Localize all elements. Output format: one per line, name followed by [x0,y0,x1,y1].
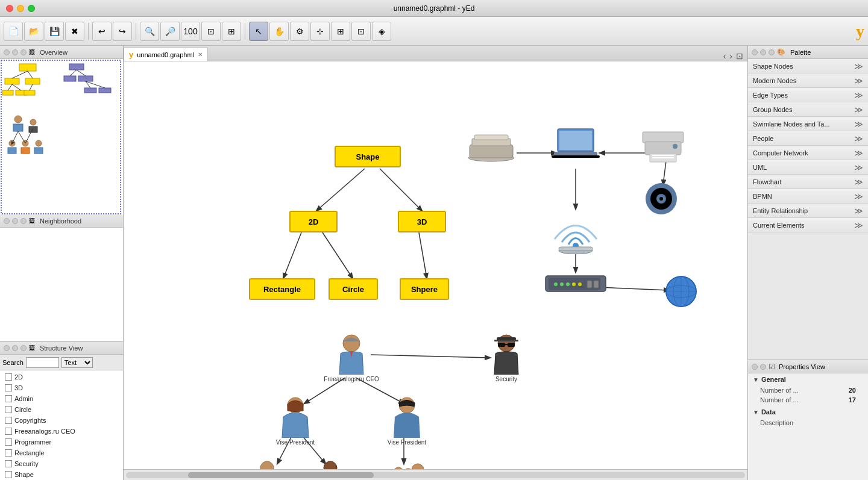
palette-item-flowchart[interactable]: Flowchart ≫ [748,175,868,189]
palette-item-uml[interactable]: UML ≫ [748,160,868,175]
palette-item-modern-nodes[interactable]: Modern Nodes ≫ [748,73,868,88]
structure-item-circle[interactable]: Circle [0,404,123,415]
structure-item-shape[interactable]: Shape [0,469,123,480]
structure-item-programmer[interactable]: Programmer [0,437,123,447]
move-tool-button[interactable]: ✋ [269,22,289,41]
palette-item-people[interactable]: People ≫ [748,131,868,146]
net-icon-wifi[interactable] [542,200,609,254]
neighborhood-canvas[interactable] [0,228,123,341]
palette-item-swimlane-nodes[interactable]: Swimlane Nodes and Ta... ≫ [748,117,868,131]
props-section-general[interactable]: ▼ General [753,376,863,383]
node-sphere[interactable]: Shpere [400,278,449,300]
palette-item-computer-network[interactable]: Computer Network ≫ [748,146,868,160]
props-triangle-data: ▼ [753,409,759,416]
save-button[interactable]: 💾 [45,22,64,41]
person-vp1[interactable]: Vise President [271,396,319,446]
marquee-button[interactable]: ◈ [372,22,391,41]
scrollbar-thumb-h[interactable] [188,472,374,478]
person-ceo[interactable]: Freeanalogs.ru CEO [327,332,376,382]
props-section-data[interactable]: ▼ Data [753,408,863,416]
palette-item-group-nodes[interactable]: Group Nodes ≫ [748,102,868,117]
overview-canvas[interactable] [0,59,123,214]
net-icon-printer[interactable] [639,131,687,164]
nb-dot-3[interactable] [20,218,27,224]
node-rectangle[interactable]: Rectangle [249,278,315,300]
palette-item-shape-nodes[interactable]: Shape Nodes ≫ [748,59,868,73]
palette-item-current-elements[interactable]: Current Elements ≫ [748,218,868,232]
svg-point-98 [394,467,403,469]
search-type-select[interactable]: Text Name [61,357,93,368]
net-icon-router[interactable] [542,271,609,296]
structure-item-ceo[interactable]: Freeanalogs.ru CEO [0,426,123,437]
nb-dot-1[interactable] [4,218,10,224]
panel-dot-2[interactable] [12,49,18,55]
palette-item-bpmn[interactable]: BPMN ≫ [748,189,868,204]
new-button[interactable]: 📄 [4,22,23,41]
open-button[interactable]: 📂 [24,22,43,41]
undo-button[interactable]: ↩ [92,22,112,41]
snap-button[interactable]: ⊹ [310,22,330,41]
close-button[interactable] [6,5,13,12]
tab-close-button[interactable]: ✕ [198,51,203,58]
redo-button[interactable]: ↪ [113,22,132,41]
palette-item-edge-types[interactable]: Edge Types ≫ [748,88,868,102]
close-file-button[interactable]: ✖ [65,22,84,41]
props-dot-1[interactable] [752,364,758,370]
props-dot-2[interactable] [760,364,766,370]
structure-item-2d[interactable]: 2D [0,372,123,382]
pal-dot-1[interactable] [752,49,758,55]
pal-dot-2[interactable] [760,49,766,55]
zoom-out-button[interactable]: 🔎 [160,22,180,41]
net-icon-laptop[interactable] [552,128,600,164]
node-shape[interactable]: Shape [335,146,401,167]
overview-btn[interactable]: ⊡ [351,22,371,41]
panel-dot-3[interactable] [20,49,27,55]
panel-dot-1[interactable] [4,49,10,55]
pal-dot-3[interactable] [769,49,775,55]
svg-line-30 [12,131,18,143]
scrollbar-track-h[interactable] [126,472,745,478]
person-vp2[interactable]: Vise President [383,396,431,446]
sv-dot-2[interactable] [12,345,18,351]
search-input[interactable] [26,357,59,368]
nb-dot-2[interactable] [12,218,18,224]
structure-item-admin[interactable]: Admin [0,393,123,404]
minimize-button[interactable] [17,5,24,12]
canvas-scrollbar-horizontal[interactable] [124,469,747,480]
structure-item-security[interactable]: Security [0,458,123,469]
svg-line-44 [600,287,669,290]
person-copyrights[interactable]: Copyrights [386,459,431,469]
struct-icon-circle [5,406,12,413]
canvas-tab-main[interactable]: y unnamed0.graphml ✕ [124,48,208,61]
canvas-area[interactable]: Shape 2D 3D Rectangle Circle Shpere [124,61,747,469]
net-icon-scanner[interactable] [467,132,515,163]
zoom-100-button[interactable]: 100 [181,22,200,41]
grid-button[interactable]: ⊞ [331,22,350,41]
structure-item-copyrights[interactable]: Copyrights [0,415,123,426]
node-3d[interactable]: 3D [398,211,446,232]
sv-dot-3[interactable] [20,345,27,351]
svg-point-87 [343,335,360,352]
structure-item-rectangle[interactable]: Rectangle [0,447,123,458]
net-icon-speaker[interactable] [643,181,679,217]
palette-item-entity-relationship[interactable]: Entity Relationship ≫ [748,204,868,218]
structure-icon: 🖼 [29,344,35,351]
structure-item-3d[interactable]: 3D [0,382,123,393]
node-2d[interactable]: 2D [289,211,338,232]
zoom-rect-button[interactable]: ⊞ [222,22,241,41]
person-admin[interactable]: Admin [247,459,286,469]
zoom-in-button[interactable]: 🔍 [140,22,159,41]
person-security[interactable]: Security [485,332,527,382]
net-icon-globe[interactable] [665,275,698,308]
node-circle[interactable]: Circle [329,278,378,300]
zoom-fit-button[interactable]: ⊡ [201,22,221,41]
canvas-nav-forward[interactable]: › [728,51,734,61]
layout-button[interactable]: ⚙ [290,22,309,41]
select-tool-button[interactable]: ↖ [249,22,268,41]
canvas-nav-maximize[interactable]: ⊡ [734,51,745,61]
sv-dot-1[interactable] [4,345,10,351]
person-programmer[interactable]: Programmer [309,459,351,469]
maximize-button[interactable] [28,5,35,12]
palette-titlebar: 🎨 Palette [748,46,868,59]
canvas-nav-back[interactable]: ‹ [722,51,728,61]
